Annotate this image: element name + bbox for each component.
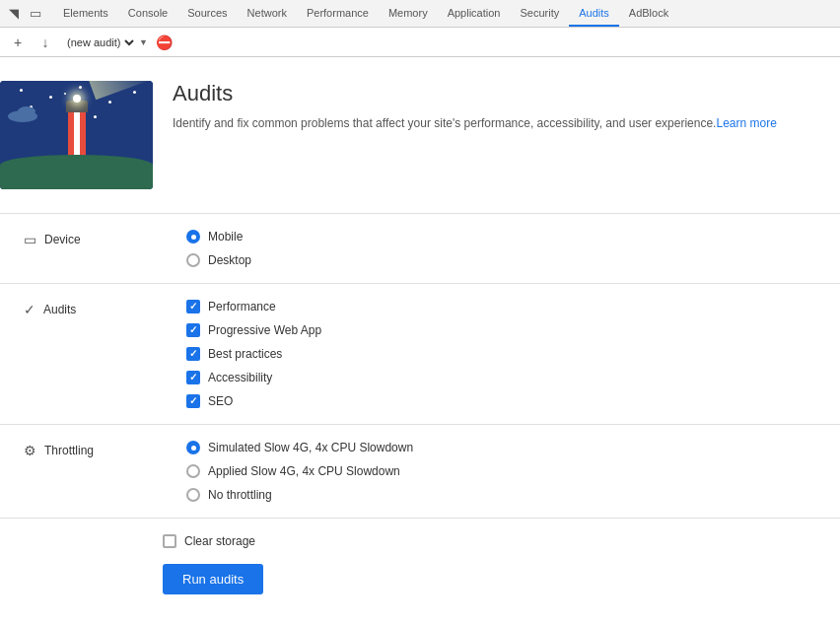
throttling-applied-radio[interactable] bbox=[186, 464, 200, 478]
audits-label: ✓ Audits bbox=[24, 300, 186, 317]
audit-accessibility-option[interactable]: Accessibility bbox=[186, 371, 816, 384]
tab-sources[interactable]: Sources bbox=[177, 0, 237, 27]
device-desktop-option[interactable]: Desktop bbox=[186, 253, 816, 267]
main-content: Audits Identify and fix common problems … bbox=[0, 57, 840, 610]
hero-illustration bbox=[0, 81, 153, 189]
tab-performance[interactable]: Performance bbox=[297, 0, 379, 27]
audits-options: Performance Progressive Web App Best pra… bbox=[186, 300, 816, 408]
device-options: Mobile Desktop bbox=[186, 230, 816, 267]
devtools-tabbar: ◥ ▭ Elements Console Sources Network Per… bbox=[0, 0, 840, 28]
clear-storage-checkbox[interactable] bbox=[163, 534, 176, 548]
select-arrow-icon: ▼ bbox=[139, 37, 148, 47]
throttling-section: ⚙ Throttling Simulated Slow 4G, 4x CPU S… bbox=[0, 425, 840, 519]
audit-seo-option[interactable]: SEO bbox=[186, 394, 816, 408]
tab-audits[interactable]: Audits bbox=[569, 0, 619, 27]
tab-console[interactable]: Console bbox=[118, 0, 177, 27]
bottom-section: Clear storage Run audits bbox=[0, 519, 840, 610]
hero-title: Audits bbox=[173, 81, 816, 106]
device-mobile-option[interactable]: Mobile bbox=[186, 230, 816, 243]
device-icon: ▭ bbox=[24, 232, 36, 247]
learn-more-link[interactable]: Learn more bbox=[716, 116, 776, 130]
throttling-none-option[interactable]: No throttling bbox=[186, 488, 816, 502]
device-desktop-radio[interactable] bbox=[186, 253, 200, 267]
tab-elements[interactable]: Elements bbox=[53, 0, 118, 27]
tab-list: Elements Console Sources Network Perform… bbox=[53, 0, 678, 27]
audit-pwa-checkbox[interactable] bbox=[186, 323, 200, 337]
tab-application[interactable]: Application bbox=[438, 0, 511, 27]
audits-toolbar: + ↓ (new audit) ▼ ⛔ bbox=[0, 28, 840, 57]
throttling-label: ⚙ Throttling bbox=[24, 441, 186, 458]
hero-text: Audits Identify and fix common problems … bbox=[173, 81, 816, 133]
audits-section: ✓ Audits Performance Progressive Web App… bbox=[0, 284, 840, 425]
run-btn-row: Run audits bbox=[163, 564, 816, 594]
devtools-icon-group: ◥ ▭ bbox=[4, 4, 45, 24]
audit-bestpractices-option[interactable]: Best practices bbox=[186, 347, 816, 361]
audit-performance-checkbox[interactable] bbox=[186, 300, 200, 313]
audit-performance-option[interactable]: Performance bbox=[186, 300, 816, 313]
device-section: ▭ Device Mobile Desktop bbox=[0, 214, 840, 284]
audit-seo-checkbox[interactable] bbox=[186, 394, 200, 408]
device-mobile-radio[interactable] bbox=[186, 230, 200, 243]
add-audit-icon[interactable]: + bbox=[8, 33, 28, 52]
tab-security[interactable]: Security bbox=[510, 0, 569, 27]
throttling-simulated-option[interactable]: Simulated Slow 4G, 4x CPU Slowdown bbox=[186, 441, 816, 454]
audit-select[interactable]: (new audit) bbox=[63, 35, 137, 49]
throttling-simulated-radio[interactable] bbox=[186, 441, 200, 454]
throttling-applied-option[interactable]: Applied Slow 4G, 4x CPU Slowdown bbox=[186, 464, 816, 478]
download-icon[interactable]: ↓ bbox=[35, 33, 55, 52]
run-audits-button[interactable]: Run audits bbox=[163, 564, 263, 594]
stop-icon: ⛔ bbox=[156, 34, 174, 51]
hero-section: Audits Identify and fix common problems … bbox=[0, 57, 840, 214]
hero-description: Identify and fix common problems that af… bbox=[173, 114, 816, 133]
audit-accessibility-checkbox[interactable] bbox=[186, 371, 200, 384]
gear-icon: ⚙ bbox=[24, 443, 36, 458]
tab-adblock[interactable]: AdBlock bbox=[619, 0, 678, 27]
throttling-options: Simulated Slow 4G, 4x CPU Slowdown Appli… bbox=[186, 441, 816, 502]
audit-select-wrap: (new audit) ▼ bbox=[63, 35, 148, 49]
throttling-none-radio[interactable] bbox=[186, 488, 200, 502]
audit-pwa-option[interactable]: Progressive Web App bbox=[186, 323, 816, 337]
inspect-icon[interactable]: ◥ bbox=[4, 4, 24, 24]
checkmark-icon: ✓ bbox=[24, 302, 35, 317]
clear-storage-row: Clear storage bbox=[163, 534, 816, 548]
device-icon[interactable]: ▭ bbox=[26, 4, 45, 24]
tab-network[interactable]: Network bbox=[238, 0, 297, 27]
audit-bestpractices-checkbox[interactable] bbox=[186, 347, 200, 361]
tab-memory[interactable]: Memory bbox=[379, 0, 438, 27]
device-label: ▭ Device bbox=[24, 230, 186, 247]
